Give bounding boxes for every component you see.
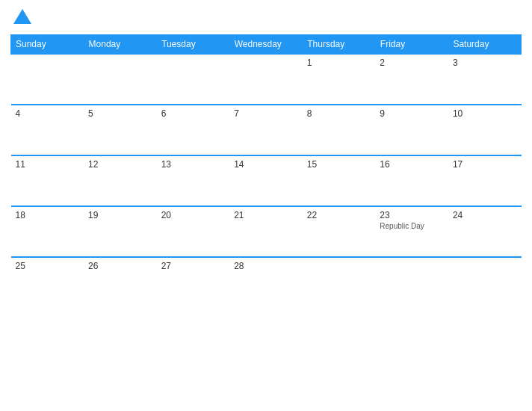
day-number: 8 — [307, 108, 371, 119]
calendar-cell — [229, 54, 303, 105]
day-number: 21 — [234, 210, 298, 220]
calendar-cell: 21 — [229, 206, 303, 257]
day-number: 9 — [380, 108, 444, 119]
calendar-cell: 17 — [448, 155, 522, 206]
calendar-cell: 9 — [375, 105, 448, 155]
day-number: 22 — [307, 210, 371, 220]
calendar-cell: 16 — [375, 155, 448, 206]
day-number: 13 — [161, 159, 226, 170]
weekday-header-saturday: Saturday — [448, 35, 522, 55]
day-number: 23 — [380, 210, 444, 220]
day-number: 28 — [234, 261, 298, 271]
calendar-cell — [375, 257, 448, 308]
weekday-header-thursday: Thursday — [303, 35, 376, 55]
calendar-cell: 2 — [375, 54, 448, 105]
calendar-cell: 5 — [84, 105, 157, 155]
calendar-cell: 3 — [448, 54, 522, 105]
weekday-header-row: SundayMondayTuesdayWednesdayThursdayFrid… — [11, 35, 522, 55]
calendar-cell: 28 — [229, 257, 303, 308]
week-row-5: 25262728 — [11, 257, 522, 308]
day-number: 20 — [161, 210, 226, 220]
day-number: 24 — [453, 210, 517, 220]
calendar-cell: 24 — [448, 206, 522, 257]
day-number: 4 — [16, 108, 80, 119]
calendar-cell: 11 — [11, 155, 84, 206]
week-row-2: 45678910 — [11, 105, 522, 155]
day-number: 18 — [16, 210, 80, 220]
calendar-cell: 4 — [11, 105, 84, 155]
weekday-header-monday: Monday — [84, 35, 157, 55]
day-number: 1 — [307, 58, 371, 68]
week-row-3: 11121314151617 — [11, 155, 522, 206]
day-number: 27 — [161, 261, 226, 271]
day-number: 26 — [88, 261, 152, 271]
day-number: 19 — [88, 210, 152, 220]
calendar-cell: 15 — [303, 155, 376, 206]
calendar-body: 1234567891011121314151617181920212223Rep… — [11, 54, 522, 308]
day-number: 16 — [380, 159, 444, 170]
calendar-cell: 12 — [84, 155, 157, 206]
day-number: 25 — [16, 261, 80, 271]
event-label: Republic Day — [380, 222, 444, 230]
calendar-cell: 26 — [84, 257, 157, 308]
calendar-cell: 13 — [157, 155, 230, 206]
calendar-cell: 22 — [303, 206, 376, 257]
day-number: 12 — [88, 159, 152, 170]
calendar-header: SundayMondayTuesdayWednesdayThursdayFrid… — [11, 35, 522, 55]
calendar-cell — [84, 54, 157, 105]
day-number: 7 — [234, 108, 298, 119]
calendar-cell: 10 — [448, 105, 522, 155]
day-number: 14 — [234, 159, 298, 170]
day-number: 5 — [88, 108, 152, 119]
weekday-header-wednesday: Wednesday — [229, 35, 303, 55]
calendar-cell: 14 — [229, 155, 303, 206]
calendar-page: SundayMondayTuesdayWednesdayThursdayFrid… — [0, 0, 532, 411]
calendar-cell: 18 — [11, 206, 84, 257]
day-number: 10 — [453, 108, 517, 119]
day-number: 3 — [453, 58, 517, 68]
calendar-table: SundayMondayTuesdayWednesdayThursdayFrid… — [10, 34, 522, 308]
day-number: 17 — [453, 159, 517, 170]
calendar-cell: 23Republic Day — [375, 206, 448, 257]
calendar-cell — [11, 54, 84, 105]
calendar-cell: 6 — [157, 105, 230, 155]
calendar-cell: 27 — [157, 257, 230, 308]
header — [10, 7, 522, 28]
weekday-header-sunday: Sunday — [11, 35, 84, 55]
day-number: 6 — [161, 108, 226, 119]
calendar-cell: 19 — [84, 206, 157, 257]
calendar-cell — [303, 257, 376, 308]
calendar-cell: 20 — [157, 206, 230, 257]
day-number: 11 — [16, 159, 80, 170]
calendar-cell: 25 — [11, 257, 84, 308]
calendar-cell — [448, 257, 522, 308]
weekday-header-tuesday: Tuesday — [157, 35, 230, 55]
day-number: 2 — [380, 58, 444, 68]
logo — [10, 7, 33, 28]
svg-marker-0 — [13, 9, 31, 24]
calendar-cell: 1 — [303, 54, 376, 105]
day-number: 15 — [307, 159, 371, 170]
calendar-cell: 8 — [303, 105, 376, 155]
week-row-1: 123 — [11, 54, 522, 105]
calendar-cell: 7 — [229, 105, 303, 155]
logo-icon — [12, 7, 33, 28]
week-row-4: 181920212223Republic Day24 — [11, 206, 522, 257]
weekday-header-friday: Friday — [375, 35, 448, 55]
calendar-cell — [157, 54, 230, 105]
